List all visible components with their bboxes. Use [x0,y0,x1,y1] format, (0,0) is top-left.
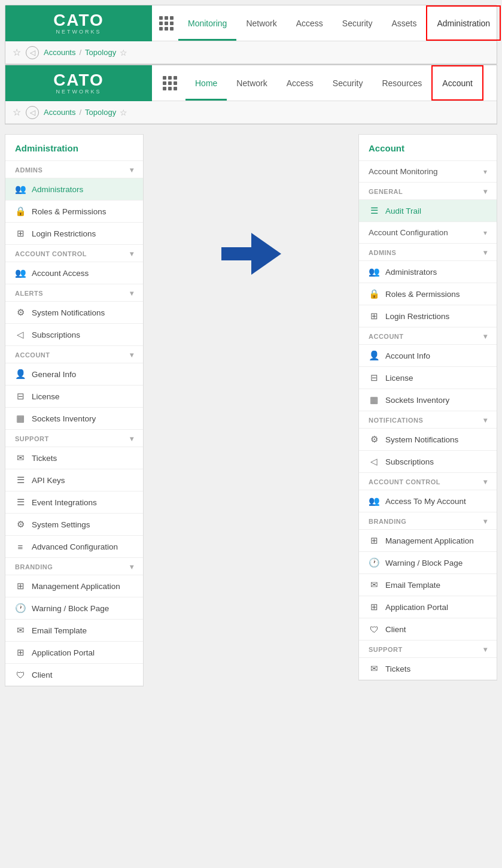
lock-icon: 🔒 [15,206,26,217]
left-section-account[interactable]: ACCOUNT ▾ [5,346,143,363]
left-item-warning-block[interactable]: 🕐 Warning / Block Page [5,597,143,620]
top-breadcrumb-path: Accounts / Topology ☆ [44,48,127,57]
left-section-support[interactable]: SUPPORT ▾ [5,430,143,447]
right-item-audit-trail[interactable]: ☰ Audit Trail [359,200,497,222]
left-item-system-notifications[interactable]: ⚙ System Notifications [5,302,143,324]
right-item-account-info[interactable]: 👤 Account Info [359,345,497,367]
left-item-email-template[interactable]: ✉ Email Template [5,620,143,642]
left-item-advanced-config[interactable]: ≡ Advanced Configuration [5,536,143,558]
right-item-access-to-account[interactable]: 👥 Access To My Account [359,490,497,512]
left-item-administrators[interactable]: 👥 Administrators [5,178,143,201]
right-section-account-config[interactable]: Account Configuration ▾ [359,222,497,244]
nav-item-network[interactable]: Network [236,5,286,41]
right-section-account-monitoring[interactable]: Account Monitoring ▾ [359,161,497,183]
breadcrumb-accounts[interactable]: Accounts [44,48,75,57]
left-item-general-info[interactable]: 👤 General Info [5,363,143,386]
left-item-api-keys[interactable]: ☰ API Keys [5,469,143,491]
right-item-mgmt-app[interactable]: ⊞ Management Application [359,530,497,552]
breadcrumb-star-icon[interactable]: ☆ [120,48,127,57]
top-grid-icon[interactable] [159,13,174,34]
right-item-roles[interactable]: 🔒 Roles & Permissions [359,283,497,305]
left-item-app-portal[interactable]: ⊞ Application Portal [5,642,143,664]
right-account-chevron: ▾ [483,332,488,341]
left-section-admins[interactable]: ADMINS ▾ [5,161,143,178]
right-section-notifications[interactable]: NOTIFICATIONS ▾ [359,411,497,429]
right-section-support[interactable]: SUPPORT ▾ [359,641,497,658]
right-item-client[interactable]: 🛡 Client [359,618,497,641]
left-item-system-settings[interactable]: ⚙ System Settings [5,514,143,536]
second-nav-account[interactable]: Account [431,65,483,101]
right-item-warning-block[interactable]: 🕐 Warning / Block Page [359,552,497,574]
right-section-branding[interactable]: BRANDING ▾ [359,512,497,530]
left-item-client[interactable]: 🛡 Client [5,664,143,686]
second-breadcrumb-topology[interactable]: Topology [85,108,116,117]
second-breadcrumb-star-icon[interactable]: ☆ [120,108,127,117]
second-nav-access[interactable]: Access [277,65,323,101]
second-nav-security[interactable]: Security [323,65,373,101]
top-star-icon[interactable]: ☆ [13,47,21,58]
right-item-system-notifications[interactable]: ⚙ System Notifications [359,429,497,451]
second-grid-dots [163,76,177,90]
right-section-account-control[interactable]: ACCOUNT CONTROL ▾ [359,473,497,490]
second-star-icon[interactable]: ☆ [13,107,21,118]
client-icon: 🛡 [15,669,26,680]
envelope-icon: ✉ [15,453,26,463]
bell-icon: ◁ [15,329,26,340]
right-item-app-portal[interactable]: ⊞ Application Portal [359,596,497,618]
breadcrumb-topology[interactable]: Topology [85,48,116,57]
right-item-tickets[interactable]: ✉ Tickets [359,658,497,680]
left-item-email-template-label: Email Template [32,626,87,635]
right-item-subscriptions[interactable]: ◁ Subscriptions [359,451,497,473]
arrow-container [221,233,281,275]
second-navbar-block: CATO NETWORKS Home Network Access Securi… [5,65,497,125]
left-item-system-settings-label: System Settings [32,520,90,529]
left-item-tickets[interactable]: ✉ Tickets [5,447,143,469]
left-item-subscriptions[interactable]: ◁ Subscriptions [5,324,143,346]
gear-icon: ⚙ [15,307,26,318]
nav-item-assets[interactable]: Assets [382,5,426,41]
left-item-license[interactable]: ⊟ License [5,386,143,408]
right-item-license[interactable]: ⊟ License [359,367,497,389]
right-people-icon: 👥 [369,266,379,277]
right-item-login-label: Login Restrictions [385,312,449,321]
left-section-branding[interactable]: BRANDING ▾ [5,558,143,575]
left-item-mgmt-app[interactable]: ⊞ Management Application [5,575,143,597]
nav-item-monitoring[interactable]: Monitoring [178,5,236,41]
right-section-general[interactable]: GENERAL ▾ [359,183,497,200]
second-back-icon[interactable]: ◁ [26,106,39,119]
right-item-email-template[interactable]: ✉ Email Template [359,574,497,596]
second-nav-resources[interactable]: Resources [372,65,431,101]
right-section-account[interactable]: ACCOUNT ▾ [359,327,497,345]
second-grid-icon[interactable] [159,72,181,94]
left-item-sockets-inventory[interactable]: ▦ Sockets Inventory [5,408,143,430]
right-item-client-label: Client [385,625,406,634]
right-item-mgmt-app-label: Management Application [385,536,474,545]
warning-block-icon: 🕐 [15,603,26,614]
right-item-warning-block-label: Warning / Block Page [385,559,463,567]
second-nav-home[interactable]: Home [185,65,227,101]
right-item-tickets-label: Tickets [385,664,410,673]
left-section-account-control[interactable]: ACCOUNT CONTROL ▾ [5,245,143,262]
right-section-admins[interactable]: ADMINS ▾ [359,244,497,261]
top-nav-items: Monitoring Network Access Security Asset… [178,5,501,41]
left-item-account-access[interactable]: 👥 Account Access [5,262,143,284]
left-item-roles[interactable]: 🔒 Roles & Permissions [5,201,143,223]
arrow-shaft [221,247,251,260]
left-item-event-integrations[interactable]: ☰ Event Integrations [5,491,143,514]
left-admins-chevron: ▾ [130,166,134,174]
left-section-alerts[interactable]: ALERTS ▾ [5,284,143,302]
right-section-admins-label: ADMINS [369,249,396,256]
right-item-administrators[interactable]: 👥 Administrators [359,261,497,283]
right-item-sockets-inventory[interactable]: ▦ Sockets Inventory [359,389,497,411]
right-warning-icon: 🕐 [369,557,379,568]
nav-item-administration[interactable]: Administration [426,5,501,41]
right-item-audit-trail-label: Audit Trail [385,207,421,216]
left-item-login[interactable]: ⊞ Login Restrictions [5,223,143,245]
right-item-login[interactable]: ⊞ Login Restrictions [359,305,497,327]
nav-item-security[interactable]: Security [333,5,382,41]
top-back-icon[interactable]: ◁ [26,46,39,59]
nav-item-access[interactable]: Access [287,5,333,41]
second-nav-network[interactable]: Network [227,65,276,101]
second-breadcrumb-accounts[interactable]: Accounts [44,108,75,117]
general-info-icon: 👤 [15,369,26,380]
